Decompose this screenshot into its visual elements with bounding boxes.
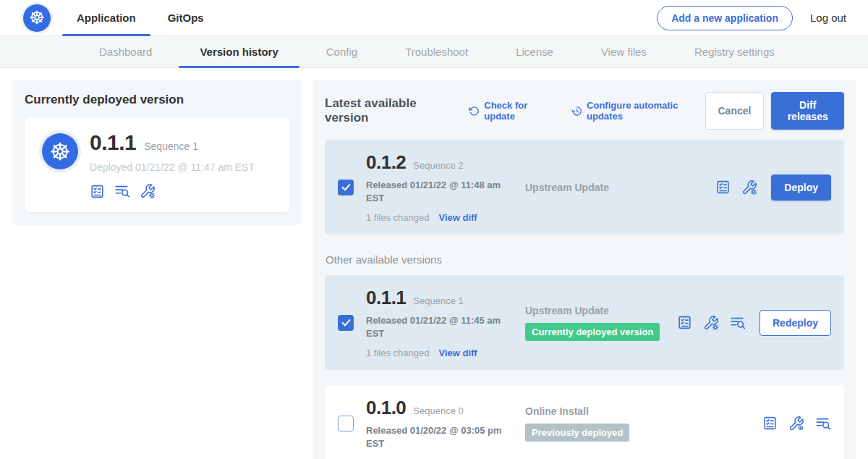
version-source-label: Upstream Update xyxy=(525,182,715,193)
deployed-version-card: ☸ 0.1.1 Sequence 1 Deployed 01/21/22 @ 1… xyxy=(25,117,289,212)
logout-button[interactable]: Log out xyxy=(810,12,846,24)
version-source-label: Online Install xyxy=(525,405,762,417)
released-timestamp: Released 01/21/22 @ 11:45 am EST xyxy=(366,314,508,340)
currently-deployed-title: Currently deployed version xyxy=(25,93,289,107)
tab-application[interactable]: Application xyxy=(61,0,152,35)
config-gear-icon[interactable] xyxy=(741,180,757,195)
files-changed-label: 1 files changed xyxy=(366,212,429,223)
tab-registry-settings[interactable]: Registry settings xyxy=(671,36,799,67)
deploy-logs-icon[interactable] xyxy=(815,416,831,431)
tab-version-history[interactable]: Version history xyxy=(176,36,302,67)
main-content: Currently deployed version ☸ 0.1.1 Seque… xyxy=(0,68,868,459)
refresh-icon xyxy=(469,105,480,117)
version-card-0-1-0: 0.1.0 Sequence 0 Released 01/20/22 @ 03:… xyxy=(325,385,844,459)
config-gear-icon[interactable] xyxy=(703,315,719,331)
released-timestamp: Released 01/21/22 @ 11:48 am EST xyxy=(366,179,508,204)
sub-nav: Dashboard Version history Config Trouble… xyxy=(0,36,868,68)
tab-license[interactable]: License xyxy=(492,36,577,67)
deployed-version-number: 0.1.1 xyxy=(90,130,136,155)
deployed-timestamp: Deployed 01/21/22 @ 11:47 am EST xyxy=(90,161,255,173)
sequence-label: Sequence 1 xyxy=(413,295,463,306)
diff-releases-button[interactable]: Diff releases xyxy=(771,92,844,130)
add-new-application-button[interactable]: Add a new application xyxy=(657,6,793,30)
tab-gitops-label: GitOps xyxy=(168,12,204,24)
other-available-versions-title: Other available versions xyxy=(326,253,844,266)
version-0-1-2-checkbox[interactable] xyxy=(338,180,354,195)
deploy-logs-icon[interactable] xyxy=(114,183,130,199)
configure-automatic-updates-label: Configure automatic updates xyxy=(587,100,705,122)
version-0-1-0-checkbox[interactable] xyxy=(338,416,354,431)
released-timestamp: Released 01/20/22 @ 03:05 pm EST xyxy=(366,424,508,450)
view-diff-link[interactable]: View diff xyxy=(438,212,477,223)
check-for-update-link[interactable]: Check for update xyxy=(469,100,554,122)
available-versions-panel: Latest available version Check for updat… xyxy=(312,80,856,459)
cancel-button[interactable]: Cancel xyxy=(705,92,765,130)
top-nav: ☸ Application GitOps Add a new applicati… xyxy=(0,0,868,36)
redeploy-button[interactable]: Redeploy xyxy=(760,310,831,336)
config-gear-icon[interactable] xyxy=(140,183,156,199)
version-number: 0.1.1 xyxy=(366,287,406,309)
version-source-label: Upstream Update xyxy=(525,305,677,316)
preflight-checklist-icon[interactable] xyxy=(90,184,105,199)
version-0-1-1-checkbox[interactable] xyxy=(338,315,354,331)
kubernetes-app-icon: ☸ xyxy=(42,133,78,169)
deploy-logs-icon[interactable] xyxy=(730,315,746,331)
config-view-icon[interactable] xyxy=(788,416,804,431)
check-for-update-label: Check for update xyxy=(484,100,553,122)
preflight-checklist-icon[interactable] xyxy=(677,315,692,330)
deployed-sequence-label: Sequence 1 xyxy=(144,140,198,152)
currently-deployed-panel: Currently deployed version ☸ 0.1.1 Seque… xyxy=(12,80,302,225)
tab-dashboard[interactable]: Dashboard xyxy=(75,36,176,67)
tab-config[interactable]: Config xyxy=(302,36,381,67)
sequence-label: Sequence 0 xyxy=(413,405,463,416)
currently-deployed-badge: Currently deployed version xyxy=(525,323,660,341)
preflight-checklist-icon[interactable] xyxy=(715,180,731,195)
version-number: 0.1.0 xyxy=(366,397,406,419)
tab-gitops[interactable]: GitOps xyxy=(152,0,220,35)
sequence-label: Sequence 2 xyxy=(413,160,463,171)
tab-view-files[interactable]: View files xyxy=(577,36,671,67)
previously-deployed-badge: Previously deployed xyxy=(525,424,629,442)
preflight-checklist-icon[interactable] xyxy=(762,416,778,431)
checkmark-icon xyxy=(341,182,352,193)
kubernetes-logo-icon: ☸ xyxy=(23,4,51,32)
version-card-0-1-1: 0.1.1 Sequence 1 Released 01/21/22 @ 11:… xyxy=(325,275,844,370)
files-changed-label: 1 files changed xyxy=(366,348,429,358)
version-number: 0.1.2 xyxy=(366,151,406,174)
deploy-button[interactable]: Deploy xyxy=(771,174,831,201)
view-diff-link[interactable]: View diff xyxy=(438,348,477,358)
latest-available-title: Latest available version xyxy=(325,96,451,125)
schedule-update-icon xyxy=(571,105,582,117)
tab-application-label: Application xyxy=(77,12,136,24)
configure-automatic-updates-link[interactable]: Configure automatic updates xyxy=(571,100,705,122)
tab-troubleshoot[interactable]: Troubleshoot xyxy=(381,36,492,67)
checkmark-icon xyxy=(341,317,352,328)
version-card-0-1-2: 0.1.2 Sequence 2 Released 01/21/22 @ 11:… xyxy=(325,140,844,235)
top-nav-tabs: Application GitOps xyxy=(61,0,220,35)
